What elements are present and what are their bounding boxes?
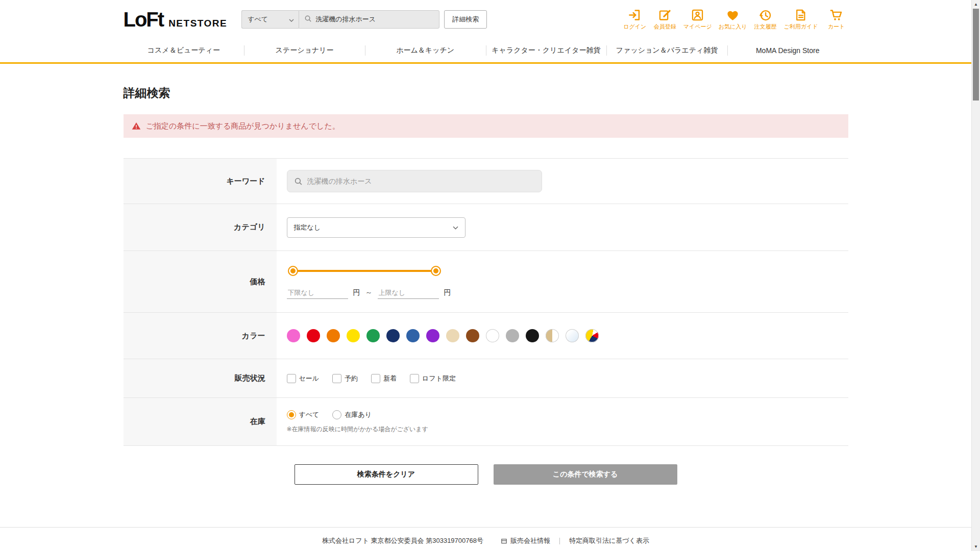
usermenu-register[interactable]: 会員登録 bbox=[653, 8, 677, 31]
clear-conditions-button[interactable]: 検索条件をクリア bbox=[295, 464, 478, 485]
search-submit-button[interactable]: この条件で検索する bbox=[494, 464, 677, 485]
footer-links: 販売会社情報特定商取引法に基づく表示 bbox=[501, 536, 649, 545]
usermenu-mypage[interactable]: マイページ bbox=[683, 8, 712, 31]
radio-in-stock bbox=[332, 410, 341, 419]
status-option-new[interactable]: 新着 bbox=[371, 374, 397, 383]
usermenu-label-cart: カート bbox=[828, 23, 845, 31]
user-menu: ログイン会員登録マイページお気に入り注文履歴ご利用ガイドカート bbox=[623, 8, 848, 31]
checkbox-loft-limited bbox=[410, 374, 419, 383]
color-swatch-orange[interactable] bbox=[327, 329, 340, 342]
color-swatch-list bbox=[287, 329, 848, 342]
status-options: セール予約新着ロフト限定 bbox=[287, 374, 848, 383]
chevron-down-icon bbox=[289, 16, 294, 23]
search-category-select[interactable]: すべて bbox=[241, 10, 299, 29]
slider-handle-min[interactable] bbox=[288, 266, 298, 276]
mypage-icon bbox=[691, 8, 704, 22]
nav-item-fashion[interactable]: ファッション＆バラエティ雑貨 bbox=[606, 39, 727, 62]
slider-track[interactable] bbox=[293, 270, 436, 272]
keyword-field bbox=[287, 170, 542, 192]
form-row-color: カラー bbox=[124, 313, 848, 359]
usermenu-label-register: 会員登録 bbox=[654, 23, 676, 31]
detail-search-button[interactable]: 詳細検索 bbox=[444, 10, 487, 29]
heart-icon bbox=[726, 8, 740, 22]
guide-icon bbox=[794, 8, 807, 22]
color-swatch-purple[interactable] bbox=[426, 329, 439, 342]
color-swatch-beige[interactable] bbox=[446, 329, 459, 342]
price-max-input[interactable] bbox=[378, 287, 439, 299]
stock-note: ※在庫情報の反映に時間がかかる場合がございます bbox=[287, 425, 848, 434]
stock-option-in-stock[interactable]: 在庫あり bbox=[332, 410, 372, 419]
login-icon bbox=[628, 8, 642, 22]
warning-icon bbox=[132, 121, 141, 131]
color-swatch-brown[interactable] bbox=[466, 329, 479, 342]
checkbox-sale bbox=[287, 374, 296, 383]
price-label: 価格 bbox=[124, 251, 277, 312]
color-swatch-pink[interactable] bbox=[287, 329, 300, 342]
usermenu-label-guide: ご利用ガイド bbox=[783, 23, 818, 31]
scroll-down-arrow[interactable]: ▼ bbox=[972, 542, 980, 551]
page: LoFt NETSTORE すべて bbox=[0, 0, 980, 551]
usermenu-guide[interactable]: ご利用ガイド bbox=[783, 8, 818, 31]
form-actions: 検索条件をクリア この条件で検索する bbox=[124, 464, 848, 485]
history-icon bbox=[758, 8, 772, 22]
color-swatch-gold-silver[interactable] bbox=[546, 329, 559, 342]
status-option-sale[interactable]: セール bbox=[287, 374, 320, 383]
status-option-reserve[interactable]: 予約 bbox=[332, 374, 358, 383]
alert-message: ご指定の条件に一致する商品が見つかりませんでした。 bbox=[124, 114, 848, 138]
slider-handle-max[interactable] bbox=[431, 266, 441, 276]
usermenu-order-history[interactable]: 注文履歴 bbox=[753, 8, 777, 31]
color-swatch-clear[interactable] bbox=[566, 329, 579, 342]
category-label: カテゴリ bbox=[124, 204, 277, 251]
nav-item-moma[interactable]: MoMA Design Store bbox=[727, 39, 848, 62]
color-swatch-yellow[interactable] bbox=[347, 329, 360, 342]
color-swatch-green[interactable] bbox=[366, 329, 380, 342]
color-swatch-multicolor[interactable] bbox=[585, 329, 599, 342]
nav-item-home-kitchen[interactable]: ホーム＆キッチン bbox=[365, 39, 486, 62]
nav-item-cosme[interactable]: コスメ＆ビューティー bbox=[124, 39, 244, 62]
footer-link-seller-info[interactable]: 販売会社情報 bbox=[501, 536, 550, 545]
stock-label: 在庫 bbox=[124, 398, 277, 445]
logo-sub-text: NETSTORE bbox=[168, 18, 227, 29]
checkbox-label-loft-limited: ロフト限定 bbox=[422, 374, 456, 383]
footer-company-text: 株式会社ロフト 東京都公安委員会 第303319700768号 bbox=[322, 536, 483, 545]
usermenu-favorites[interactable]: お気に入り bbox=[719, 8, 747, 31]
search-form: キーワード カテゴリ 指定なし bbox=[124, 158, 848, 446]
price-min-input[interactable] bbox=[287, 287, 348, 299]
form-row-stock: 在庫 すべて在庫あり ※在庫情報の反映に時間がかかる場合がございます bbox=[124, 398, 848, 446]
checkbox-new bbox=[371, 374, 380, 383]
footer-link-tokushoho[interactable]: 特定商取引法に基づく表示 bbox=[569, 536, 649, 545]
site-header: LoFt NETSTORE すべて bbox=[0, 0, 971, 64]
usermenu-label-mypage: マイページ bbox=[683, 23, 712, 31]
color-swatch-blue[interactable] bbox=[406, 329, 420, 342]
scroll-up-arrow[interactable]: ▲ bbox=[972, 0, 980, 9]
color-swatch-red[interactable] bbox=[307, 329, 320, 342]
logo-brand-text: LoFt bbox=[124, 8, 164, 31]
form-row-status: 販売状況 セール予約新着ロフト限定 bbox=[124, 359, 848, 398]
checkbox-label-sale: セール bbox=[299, 374, 320, 383]
category-select[interactable]: 指定なし bbox=[287, 217, 465, 238]
checkbox-reserve bbox=[332, 374, 341, 383]
color-swatch-gray[interactable] bbox=[506, 329, 519, 342]
stock-option-all[interactable]: すべて bbox=[287, 410, 320, 419]
footer-link-label-tokushoho: 特定商取引法に基づく表示 bbox=[569, 536, 649, 545]
status-option-loft-limited[interactable]: ロフト限定 bbox=[410, 374, 456, 383]
alert-text: ご指定の条件に一致する商品が見つかりませんでした。 bbox=[146, 121, 340, 131]
header-search-input[interactable] bbox=[315, 16, 434, 23]
radio-label-all: すべて bbox=[299, 410, 320, 419]
nav-item-character[interactable]: キャラクター・クリエイター雑貨 bbox=[486, 39, 607, 62]
usermenu-cart[interactable]: カート bbox=[825, 8, 848, 31]
site-footer: 株式会社ロフト 東京都公安委員会 第303319700768号 販売会社情報特定… bbox=[0, 527, 971, 545]
color-swatch-black[interactable] bbox=[526, 329, 539, 342]
nav-item-stationery[interactable]: ステーショナリー bbox=[244, 39, 365, 62]
color-swatch-white[interactable] bbox=[486, 329, 499, 342]
search-category-value: すべて bbox=[248, 15, 268, 24]
scrollbar-thumb[interactable] bbox=[973, 9, 979, 101]
keyword-input[interactable] bbox=[307, 177, 535, 185]
category-select-value: 指定なし bbox=[294, 223, 321, 232]
usermenu-login[interactable]: ログイン bbox=[623, 8, 647, 31]
form-row-keyword: キーワード bbox=[124, 159, 848, 204]
main-content: 詳細検索 ご指定の条件に一致する商品が見つかりませんでした。 キーワード bbox=[124, 64, 848, 485]
loft-logo[interactable]: LoFt NETSTORE bbox=[124, 8, 228, 31]
color-swatch-navy[interactable] bbox=[386, 329, 400, 342]
register-icon bbox=[658, 8, 672, 22]
